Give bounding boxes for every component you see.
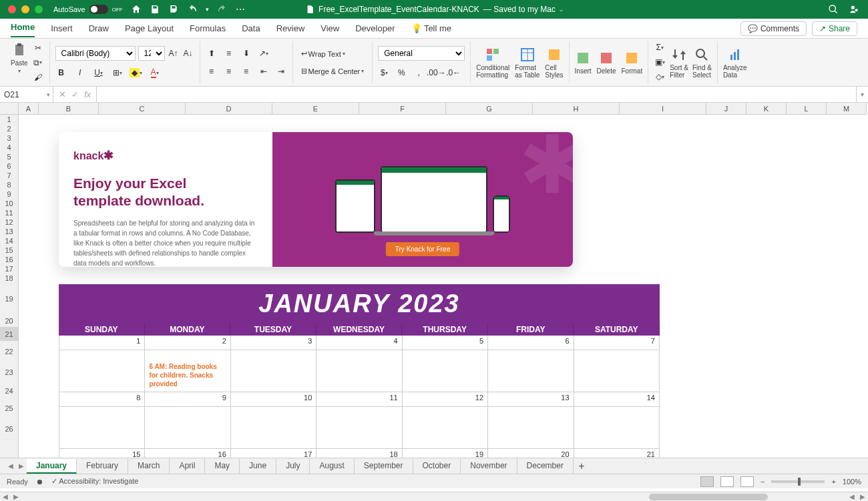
- clear-icon[interactable]: ◇▾: [654, 71, 666, 83]
- comma-icon[interactable]: ,: [413, 67, 425, 79]
- column-header[interactable]: A: [19, 103, 39, 114]
- decrease-decimal-icon[interactable]: .0←: [447, 67, 459, 79]
- calendar-date-cell[interactable]: 11: [316, 392, 402, 406]
- column-header[interactable]: I: [620, 103, 706, 114]
- calendar-date-cell[interactable]: 21: [574, 449, 660, 458]
- column-header[interactable]: M: [827, 103, 867, 114]
- tab-page-layout[interactable]: Page Layout: [125, 21, 174, 36]
- row-header[interactable]: 19: [0, 283, 18, 315]
- align-left-icon[interactable]: ≡: [206, 65, 218, 77]
- search-icon[interactable]: [828, 4, 839, 15]
- merge-center-button[interactable]: ⊟ Merge & Center ▾: [298, 65, 367, 77]
- redo-icon[interactable]: [217, 4, 228, 15]
- format-painter-icon[interactable]: 🖌: [32, 71, 44, 83]
- calendar-date-cell[interactable]: 15: [59, 449, 145, 458]
- try-knack-button[interactable]: Try Knack for Free: [386, 242, 459, 256]
- tab-formulas[interactable]: Formulas: [190, 21, 226, 36]
- insert-cells-button[interactable]: Insert: [575, 41, 592, 83]
- italic-button[interactable]: I: [74, 67, 86, 79]
- row-header[interactable]: 9: [0, 189, 18, 199]
- increase-font-icon[interactable]: A↑: [168, 47, 180, 59]
- row-header[interactable]: 25: [0, 398, 18, 418]
- column-header[interactable]: B: [39, 103, 99, 114]
- calendar-date-cell[interactable]: 1: [59, 336, 145, 350]
- percent-icon[interactable]: %: [395, 67, 407, 79]
- sheet-tab-september[interactable]: September: [355, 459, 413, 474]
- row-header[interactable]: 5: [0, 152, 18, 161]
- close-window[interactable]: [8, 5, 16, 13]
- row-header[interactable]: 26: [0, 418, 18, 440]
- currency-icon[interactable]: $▾: [378, 67, 390, 79]
- format-as-table-button[interactable]: Format as Table: [515, 41, 539, 83]
- increase-indent-icon[interactable]: ⇥: [275, 65, 287, 77]
- font-color-button[interactable]: A▾: [149, 67, 161, 79]
- tab-home[interactable]: Home: [11, 19, 35, 37]
- cut-icon[interactable]: ✂: [32, 42, 44, 54]
- page-layout-view-button[interactable]: [720, 476, 734, 487]
- tell-me[interactable]: 💡 Tell me: [411, 21, 452, 36]
- column-header[interactable]: J: [706, 103, 746, 114]
- normal-view-button[interactable]: [700, 476, 714, 487]
- calendar-date-cell[interactable]: 13: [488, 392, 574, 406]
- calendar-date-cell[interactable]: 3: [231, 336, 316, 350]
- tab-developer[interactable]: Developer: [355, 21, 395, 36]
- underline-button[interactable]: U ▾: [93, 67, 105, 79]
- calendar-date-cell[interactable]: 19: [403, 449, 488, 458]
- undo-dropdown[interactable]: ▾: [206, 6, 209, 13]
- row-header[interactable]: 14: [0, 236, 18, 245]
- row-header[interactable]: 16: [0, 255, 18, 264]
- tab-data[interactable]: Data: [242, 21, 260, 36]
- delete-cells-button[interactable]: Delete: [597, 41, 616, 83]
- maximize-window[interactable]: [35, 5, 43, 13]
- align-right-icon[interactable]: ≡: [240, 65, 252, 77]
- calendar-date-cell[interactable]: 7: [574, 336, 660, 350]
- column-header[interactable]: L: [787, 103, 827, 114]
- column-header[interactable]: F: [359, 103, 446, 114]
- select-all-corner[interactable]: [0, 103, 19, 115]
- cancel-formula-icon[interactable]: ✕: [59, 89, 66, 99]
- fill-icon[interactable]: ▣▾: [654, 56, 666, 68]
- font-size-select[interactable]: 12: [138, 46, 165, 61]
- more-commands[interactable]: ⋯: [236, 4, 245, 15]
- calendar-date-cell[interactable]: 12: [403, 392, 488, 406]
- cell-styles-button[interactable]: Cell Styles: [545, 41, 563, 83]
- autosum-icon[interactable]: Σ▾: [654, 41, 666, 53]
- account-icon[interactable]: [849, 4, 860, 15]
- accessibility-status[interactable]: ✓ Accessibility: Investigate: [51, 477, 139, 486]
- formula-input[interactable]: [97, 87, 856, 102]
- align-bottom-icon[interactable]: ⬇: [240, 47, 252, 59]
- decrease-font-icon[interactable]: A↓: [182, 47, 194, 59]
- sheet-nav-next[interactable]: ▶: [16, 462, 27, 470]
- calendar-date-cell[interactable]: 6: [488, 336, 574, 350]
- sheet-tab-january[interactable]: January: [27, 459, 77, 474]
- sheet-tab-april[interactable]: April: [170, 459, 205, 474]
- row-header[interactable]: 1: [0, 115, 18, 124]
- bold-button[interactable]: B: [55, 67, 67, 79]
- paste-button[interactable]: Paste ▾: [11, 42, 28, 74]
- document-title[interactable]: Free_ExcelTemplate_EventCalendar-KNACK —…: [305, 5, 563, 14]
- sheet-tab-february[interactable]: February: [77, 459, 128, 474]
- row-header[interactable]: 7: [0, 171, 18, 180]
- format-cells-button[interactable]: Format: [622, 41, 643, 83]
- minimize-window[interactable]: [21, 5, 29, 13]
- scroll-right-icon[interactable]: ▶: [11, 493, 21, 500]
- calendar-date-cell[interactable]: 2: [145, 336, 230, 350]
- page-break-view-button[interactable]: [740, 476, 754, 487]
- enter-formula-icon[interactable]: ✓: [71, 89, 79, 99]
- undo-icon[interactable]: [187, 4, 198, 15]
- macro-icon[interactable]: ⏺: [36, 478, 43, 486]
- sheet-tab-november[interactable]: November: [461, 459, 517, 474]
- align-middle-icon[interactable]: ≡: [223, 47, 235, 59]
- row-header[interactable]: 6: [0, 161, 18, 171]
- sheet-nav-prev[interactable]: ◀: [5, 462, 16, 470]
- font-name-select[interactable]: Calibri (Body): [55, 46, 136, 61]
- zoom-level[interactable]: 100%: [843, 478, 861, 486]
- fx-icon[interactable]: fx: [84, 89, 91, 99]
- calendar-date-cell[interactable]: 4: [316, 336, 402, 350]
- row-header[interactable]: 20: [0, 315, 18, 327]
- column-header[interactable]: C: [99, 103, 186, 114]
- worksheet-grid[interactable]: knack✱ Enjoy your Exceltemplate download…: [19, 115, 868, 458]
- column-header[interactable]: H: [533, 103, 620, 114]
- increase-decimal-icon[interactable]: .00→: [430, 67, 442, 79]
- row-header[interactable]: 22: [0, 342, 18, 362]
